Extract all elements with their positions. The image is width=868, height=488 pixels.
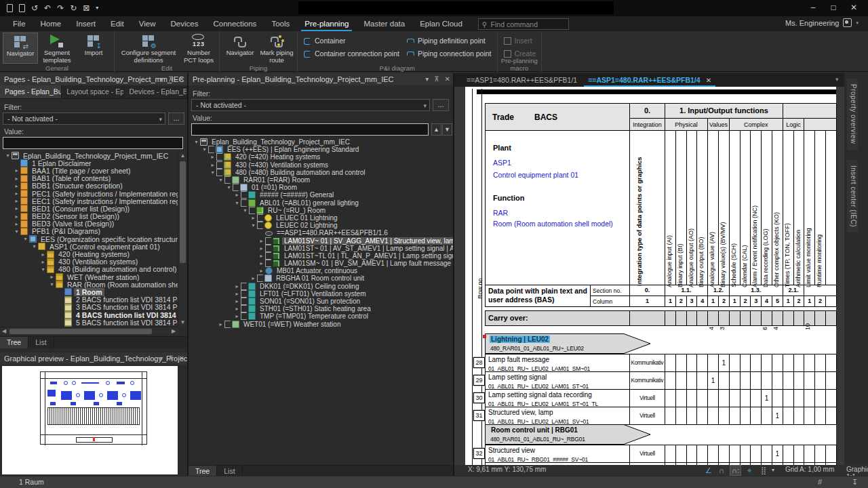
undo-history-icon[interactable]: ↺ — [31, 2, 38, 14]
function-count-cell[interactable] — [783, 354, 794, 372]
snap-angle-icon[interactable]: ∠ — [705, 466, 712, 475]
function-count-cell[interactable] — [675, 445, 687, 463]
pages-tree-vscrollbar[interactable]: ▲ ▼ — [178, 152, 186, 327]
tree-item[interactable]: ▾LEUEC 02 Lightning — [189, 222, 453, 229]
function-count-cell[interactable] — [804, 389, 815, 407]
tree-item[interactable]: ▾01 (=01) Room — [189, 184, 453, 191]
scroll-right-icon[interactable]: ▶ — [170, 327, 178, 336]
tree-item[interactable]: ▸PEC1 (Safety instructions / Implementat… — [0, 190, 178, 197]
collapse-icon[interactable]: ▾ — [233, 200, 241, 206]
collapse-icon[interactable]: ▾ — [48, 281, 56, 287]
panel-tab-1[interactable]: Layout space - Eplan_... — [62, 85, 124, 98]
tree-item[interactable]: ▸BED1 (Consumer list (Design)) — [0, 205, 178, 212]
function-count-cell[interactable] — [825, 445, 837, 463]
function-count-cell[interactable] — [783, 371, 794, 390]
function-count-cell[interactable] — [665, 371, 676, 390]
function-count-cell[interactable] — [696, 371, 708, 390]
open-page-icon[interactable] — [19, 4, 25, 12]
tree-item[interactable]: ▸LEUEC 01 Lightning — [189, 214, 453, 222]
function-count-cell[interactable] — [686, 389, 698, 407]
pin-icon[interactable]: ⊼ — [168, 73, 173, 85]
pages-panel-header[interactable]: Pages - Eplan_Building_Technology_Projec… — [0, 73, 187, 85]
function-count-cell[interactable] — [718, 407, 730, 425]
function-count-value[interactable]: 1 — [772, 407, 783, 425]
close-icon[interactable]: ✕ — [445, 73, 450, 85]
tree-item[interactable]: ▾480 (=480) Building automation and cont… — [189, 169, 453, 176]
ribbon-tab-master-data[interactable]: Master data — [356, 16, 412, 31]
function-count-cell[interactable] — [686, 445, 698, 463]
expand-icon[interactable]: ▸ — [13, 214, 20, 220]
editor-tab-2[interactable]: ==ASP1=480.RAR++EES&PFB1/4✕ — [583, 73, 717, 87]
scroll-up-icon[interactable]: ▲ — [178, 152, 187, 160]
tree-item[interactable]: ▾Eplan_Building_Technology_Project_mm_IE… — [189, 138, 453, 146]
function-count-cell[interactable] — [665, 389, 676, 407]
expand-icon[interactable]: ▸ — [13, 198, 20, 204]
row-number-box[interactable]: 31 — [473, 410, 485, 421]
close-icon[interactable]: ✕ — [179, 73, 184, 85]
ribbon-tab-home[interactable]: Home — [33, 16, 69, 31]
tree-item[interactable]: 4 BACS function list VDI 3814 Part 4.3 — [0, 311, 178, 319]
tree-item[interactable]: ▾RAR (Room (Room automation shell model)… — [0, 281, 178, 288]
function-count-cell[interactable] — [793, 389, 805, 407]
ribbon-tab-tools[interactable]: Tools — [264, 16, 297, 31]
function-count-cell[interactable] — [729, 389, 741, 407]
download-tray-icon[interactable]: ↧ — [852, 478, 858, 487]
search-down-button[interactable]: ▼ — [442, 123, 452, 136]
ribbon-tab-eplan-cloud[interactable]: Eplan Cloud — [412, 16, 470, 31]
function-count-cell[interactable] — [804, 445, 815, 463]
collapse-icon[interactable]: ▾ — [241, 207, 249, 214]
expand-icon[interactable]: ▸ — [209, 154, 216, 160]
expand-icon[interactable]: ▸ — [250, 275, 257, 281]
function-count-cell[interactable] — [686, 371, 698, 390]
navigator-button[interactable]: ⇄Navigator — [3, 33, 38, 64]
function-count-cell[interactable] — [718, 389, 730, 407]
function-count-cell[interactable] — [825, 407, 837, 425]
function-count-cell[interactable] — [729, 371, 741, 390]
panel-menu-icon[interactable]: ▾ — [425, 73, 429, 85]
tree-item[interactable]: 5 BACS function list VDI 3814 Part 4.3 — [0, 319, 178, 326]
tree-item[interactable]: ▸LAM01ST~ 01 | AV_ST_AMEV1 | Lamp settin… — [189, 245, 453, 252]
function-count-cell[interactable] — [825, 371, 837, 390]
function-count-value[interactable]: 1 — [772, 445, 783, 463]
expand-icon[interactable]: ▸ — [39, 259, 47, 265]
function-count-cell[interactable] — [686, 354, 698, 372]
function-count-cell[interactable] — [814, 445, 826, 463]
ribbon-tab-connections[interactable]: Connections — [205, 16, 264, 31]
tree-item[interactable]: ▾Eplan_Building_Technology_Project_mm_IE… — [0, 152, 178, 159]
mark-piping-route-button[interactable]: Mark piping route — [259, 33, 294, 64]
tree-item[interactable]: ▸MB01 Actuator, continuous — [189, 267, 453, 274]
tree-item[interactable]: ▾RAR01 (=RAR) Room — [189, 176, 453, 184]
tree-item[interactable]: ▾EES (Organization specific location str… — [0, 235, 178, 243]
function-count-cell[interactable] — [750, 371, 762, 390]
expand-icon[interactable]: ▸ — [233, 291, 241, 297]
tree-item[interactable]: ▾ASP1 (Control equipment plant 01) — [0, 243, 178, 250]
function-count-cell[interactable] — [696, 354, 708, 372]
tree-item[interactable]: ▸BAB1 (Table of contents) — [0, 175, 178, 182]
redo-icon[interactable]: ↷ — [57, 2, 64, 14]
tree-item[interactable]: ▸BAA1 (Title page / cover sheet) — [0, 167, 178, 174]
filter-more-button[interactable]: ... — [433, 99, 449, 111]
panel-menu-icon[interactable]: ▾ — [159, 352, 163, 365]
grid-icon[interactable]: ⣿ — [761, 466, 766, 475]
tree-item[interactable]: 1 Eplan Disclaimer — [0, 159, 178, 167]
function-count-cell[interactable] — [718, 371, 730, 390]
function-count-cell[interactable] — [740, 407, 751, 425]
tree-item[interactable]: ▾480 (Building automation and control) — [0, 266, 178, 273]
expand-icon[interactable]: ▸ — [13, 176, 20, 182]
function-count-cell[interactable] — [814, 389, 826, 407]
hash-icon[interactable]: # — [818, 478, 822, 486]
function-count-cell[interactable] — [707, 407, 719, 425]
ribbon-tab-insert[interactable]: Insert — [68, 16, 103, 31]
close-project-icon[interactable]: ⊠ — [83, 2, 90, 14]
expand-icon[interactable]: ▸ — [250, 215, 257, 221]
collapse-icon[interactable]: ▾ — [193, 139, 200, 145]
function-count-cell[interactable] — [793, 371, 805, 390]
grid-chevron-icon[interactable]: ▾ — [772, 466, 774, 475]
row-number-box[interactable]: 29 — [473, 375, 485, 386]
preview-panel-header[interactable]: Graphical preview - Eplan_Building_Techn… — [0, 352, 187, 365]
tree-item[interactable]: ▸BED3 (Valve list (Design)) — [0, 220, 178, 228]
function-count-cell[interactable] — [707, 445, 719, 463]
function-count-cell[interactable] — [729, 354, 741, 372]
function-count-cell[interactable] — [825, 389, 837, 407]
function-count-cell[interactable] — [761, 445, 772, 463]
